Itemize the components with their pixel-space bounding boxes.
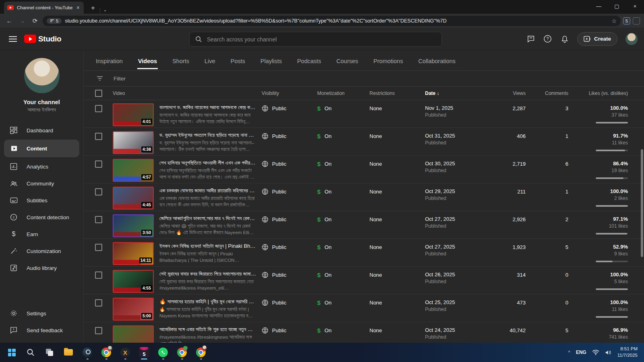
- video-title[interactable]: জেলিরে আব্বা!পুতিন ডাকলো,আর মাত্র ৭ দিনে…: [159, 215, 256, 222]
- url-bar[interactable]: 5 studio.youtube.com/channel/UCIXjNV8WUI…: [43, 16, 621, 26]
- sidebar-item-subtitles[interactable]: Subtitles: [0, 192, 83, 209]
- video-title-cell[interactable]: ড. মুহাম্মদ ইউনূসের পদত্যাগ নিয়ে ছড়িয়…: [159, 132, 262, 152]
- monetization-cell[interactable]: $ On: [317, 160, 369, 167]
- video-row[interactable]: আমেরিকার সঙ্গে এবার সত্যিই কি শুরু হতে য…: [84, 322, 644, 343]
- video-thumbnail[interactable]: [113, 325, 154, 343]
- monetization-cell[interactable]: $ On: [317, 244, 369, 251]
- restrictions-cell[interactable]: None: [369, 272, 425, 278]
- tab-videos[interactable]: Videos: [137, 52, 158, 69]
- video-thumbnail[interactable]: 4:45: [113, 187, 154, 210]
- row-checkbox[interactable]: [95, 216, 102, 223]
- video-title-cell[interactable]: সেই মুরাদের বাবার কবর জিয়ারতে গিয়ে সমা…: [159, 271, 262, 291]
- help-icon[interactable]: ?: [543, 35, 552, 43]
- monetization-cell[interactable]: $ On: [317, 105, 369, 112]
- visibility-cell[interactable]: Public: [262, 299, 317, 306]
- video-title[interactable]: এক চমকপ্রদ ঘোষণায় জামাত আমীর রাতারাতি ম…: [159, 187, 256, 194]
- video-title-cell[interactable]: আমেরিকার সঙ্গে এবার সত্যিই কি শুরু হতে য…: [159, 326, 262, 343]
- create-button[interactable]: Create: [577, 32, 617, 46]
- sidebar-item-content-detection[interactable]: c Content detection: [0, 209, 83, 226]
- visibility-cell[interactable]: Public: [262, 105, 317, 112]
- tab-podcasts[interactable]: Podcasts: [296, 52, 322, 69]
- feedback-icon[interactable]: [526, 35, 535, 43]
- whatsapp-button[interactable]: [155, 344, 171, 360]
- video-title-cell[interactable]: ইসকন কেন নিষিদ্ধ হবেনা! সত্যিটা জানুন | …: [159, 243, 262, 263]
- tab-posts[interactable]: Posts: [230, 52, 246, 69]
- video-row[interactable]: 5:00 🔥 সালমানের হত্যার কাহিনি | খুনীর মু…: [84, 294, 644, 322]
- site-info-chip[interactable]: 5: [47, 18, 62, 24]
- reload-button[interactable]: ⟳: [30, 17, 40, 25]
- visibility-cell[interactable]: Public: [262, 160, 317, 167]
- video-title[interactable]: ড. মুহাম্মদ ইউনূসের পদত্যাগ নিয়ে ছড়িয়…: [159, 132, 256, 138]
- monetization-cell[interactable]: $ On: [317, 299, 369, 306]
- video-title[interactable]: শেখ হাসিনার অনুপস্থিতিতে আওয়ামী লীগ এখন…: [159, 160, 256, 166]
- video-thumbnail[interactable]: 3:50: [113, 214, 154, 237]
- steam-button[interactable]: [80, 344, 95, 360]
- visibility-cell[interactable]: Public: [262, 244, 317, 251]
- row-checkbox[interactable]: [95, 244, 102, 251]
- channel-avatar[interactable]: [24, 58, 60, 93]
- filter-bar[interactable]: Filter: [84, 71, 644, 86]
- row-checkbox[interactable]: [95, 133, 102, 140]
- monetization-cell[interactable]: $ On: [317, 272, 369, 278]
- monetization-cell[interactable]: $ On: [317, 327, 369, 334]
- header-views[interactable]: Views: [485, 90, 526, 96]
- visibility-cell[interactable]: Public: [262, 327, 317, 334]
- monetization-cell[interactable]: $ On: [317, 133, 369, 140]
- restrictions-cell[interactable]: None: [369, 300, 425, 306]
- bookmark-star-icon[interactable]: ☆: [611, 18, 617, 24]
- chrome-profile1-button[interactable]: [99, 344, 114, 360]
- tab-search-chevron-icon[interactable]: ⌄: [100, 8, 110, 14]
- row-checkbox[interactable]: [95, 327, 102, 334]
- taskbar-search-button[interactable]: [23, 344, 38, 360]
- sidebar-item-earn[interactable]: $ Earn: [0, 226, 83, 243]
- visibility-cell[interactable]: Public: [262, 133, 317, 140]
- restrictions-cell[interactable]: None: [369, 189, 425, 195]
- file-explorer-button[interactable]: [61, 344, 76, 360]
- monetization-cell[interactable]: $ On: [317, 216, 369, 223]
- visibility-cell[interactable]: Public: [262, 272, 317, 278]
- notifications-bell-icon[interactable]: [560, 35, 569, 43]
- header-visibility[interactable]: Visibility: [262, 90, 317, 96]
- browser-tab[interactable]: Channel content - YouTube Stu ×: [4, 2, 84, 14]
- restrictions-cell[interactable]: None: [369, 327, 425, 333]
- window-minimize-button[interactable]: —: [590, 0, 608, 14]
- video-title[interactable]: সেই মুরাদের বাবার কবর জিয়ারতে গিয়ে সমা…: [159, 271, 256, 277]
- video-row[interactable]: 4:01 বাংলাদেশে ড. জাকির নায়েকের সম্ভাব্…: [84, 100, 644, 128]
- forward-button[interactable]: →: [17, 17, 27, 24]
- header-date-sorted[interactable]: Date ↓: [425, 90, 485, 96]
- sidebar-item-community[interactable]: Community: [0, 175, 83, 192]
- sidebar-item-analytics[interactable]: Analytics: [0, 158, 83, 175]
- visibility-cell[interactable]: Public: [262, 188, 317, 195]
- task-view-button[interactable]: [42, 344, 57, 360]
- x-app-button[interactable]: X: [118, 344, 133, 360]
- video-thumbnail[interactable]: 4:57: [113, 159, 154, 182]
- video-row[interactable]: 14:11 ইসকন কেন নিষিদ্ধ হবেনা! সত্যিটা জা…: [84, 239, 644, 267]
- video-title-cell[interactable]: জেলিরে আব্বা!পুতিন ডাকলো,আর মাত্র ৭ দিনে…: [159, 215, 262, 236]
- tab-live[interactable]: Live: [204, 52, 216, 69]
- menu-hamburger-icon[interactable]: [9, 36, 17, 42]
- restrictions-cell[interactable]: None: [369, 244, 425, 250]
- extension-badge[interactable]: 5: [623, 17, 630, 25]
- channel-search-box[interactable]: [189, 32, 442, 47]
- tray-expand-chevron[interactable]: ^: [568, 350, 570, 355]
- video-title-cell[interactable]: শেখ হাসিনার অনুপস্থিতিতে আওয়ামী লীগ এখন…: [159, 160, 262, 180]
- row-checkbox[interactable]: [95, 272, 102, 279]
- chrome-profile3-button[interactable]: [193, 344, 208, 360]
- sidebar-item-settings[interactable]: Settings: [0, 305, 83, 322]
- new-tab-button[interactable]: +: [89, 4, 97, 14]
- video-title[interactable]: আমেরিকার সঙ্গে এবার সত্যিই কি শুরু হতে য…: [159, 326, 256, 333]
- row-checkbox[interactable]: [95, 160, 102, 168]
- header-comments[interactable]: Comments: [526, 90, 568, 96]
- restrictions-cell[interactable]: None: [369, 216, 425, 222]
- video-thumbnail[interactable]: 4:55: [113, 270, 154, 293]
- video-row[interactable]: 3:50 জেলিরে আব্বা!পুতিন ডাকলো,আর মাত্র ৭…: [84, 211, 644, 239]
- row-checkbox[interactable]: [95, 299, 102, 306]
- monetization-cell[interactable]: $ On: [317, 188, 369, 195]
- sidebar-item-dashboard[interactable]: Dashboard: [0, 122, 83, 139]
- header-restrictions[interactable]: Restrictions: [369, 90, 425, 96]
- visibility-cell[interactable]: Public: [262, 216, 317, 223]
- video-title-cell[interactable]: বাংলাদেশে ড. জাকির নায়েকের সম্ভাব্য আগম…: [159, 104, 262, 125]
- window-maximize-button[interactable]: ▢: [608, 0, 626, 14]
- sidebar-item-customization[interactable]: Customization: [0, 243, 83, 259]
- tab-courses[interactable]: Courses: [336, 52, 359, 69]
